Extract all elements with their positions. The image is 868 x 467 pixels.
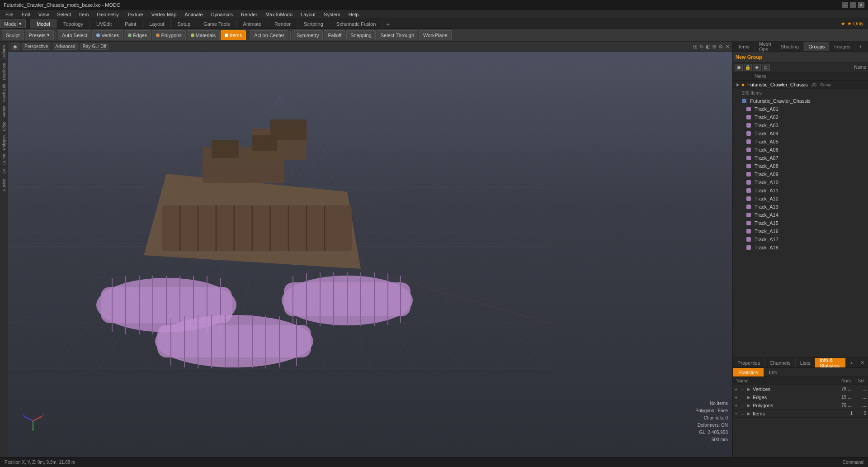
rp-tab-images[interactable]: Images	[830, 42, 855, 51]
zoom-icon[interactable]: ⊕	[712, 43, 717, 50]
maximize-button[interactable]: □	[850, 2, 856, 8]
items-button[interactable]: Items	[221, 30, 246, 40]
tree-item-track-a12[interactable]: Track_A12	[733, 195, 868, 203]
rp-tab-mesh-ops[interactable]: Mesh Ops	[755, 42, 776, 51]
tree-item-chassis[interactable]: Futuristic_Crawler_Chassis	[733, 97, 868, 105]
tab-animate[interactable]: Animate	[237, 19, 268, 29]
menu-edit[interactable]: Edit	[18, 11, 34, 18]
sidebar-tab-vertex[interactable]: Vertex	[1, 104, 7, 119]
sidebar-tab-mesh-edit[interactable]: Mesh Edit	[1, 82, 7, 104]
menu-view[interactable]: View	[35, 11, 53, 18]
tree-item-track-a11[interactable]: Track_A11	[733, 186, 868, 195]
tab-scripting[interactable]: Scripting	[297, 19, 330, 29]
tab-setup[interactable]: Setup	[171, 19, 197, 29]
menu-layout[interactable]: Layout	[297, 11, 319, 18]
perspective-button[interactable]: Perspective	[22, 43, 50, 50]
bt-tab-channels[interactable]: Channels	[765, 358, 795, 367]
scene-lock-btn[interactable]: 🔒	[744, 64, 752, 71]
edges-button[interactable]: Edges	[124, 30, 151, 40]
tree-item-track-a08[interactable]: Track_A08	[733, 162, 868, 170]
falloff-button[interactable]: Falloff	[324, 30, 345, 40]
tree-item-track-a17[interactable]: Track_A17	[733, 235, 868, 243]
rp-tab-shading[interactable]: Shading	[776, 42, 804, 51]
tab-topology[interactable]: Topology	[57, 19, 90, 29]
tab-layout[interactable]: Layout	[143, 19, 171, 29]
tab-paint[interactable]: Paint	[118, 19, 143, 29]
bt-add-tab-button[interactable]: +	[847, 359, 857, 367]
scene-tree[interactable]: ▶ ◆ Futuristic_Crawler_Chassis (2) Group…	[733, 81, 868, 357]
tree-item-track-a09[interactable]: Track_A09	[733, 170, 868, 178]
stat-row-polygons[interactable]: + – ▶ Polygons 76,.... ....	[733, 401, 868, 410]
viewport-toggle[interactable]: ◉	[11, 43, 19, 50]
info-subtab[interactable]: Info	[764, 368, 783, 376]
shading-icon[interactable]: ◐	[706, 43, 710, 50]
sculpt-button[interactable]: Sculpt	[2, 30, 24, 40]
scene-visibility-btn[interactable]: ◉	[735, 64, 743, 71]
advanced-button[interactable]: Advanced	[53, 43, 77, 50]
sidebar-tab-edge[interactable]: Edge	[1, 120, 7, 133]
menu-system[interactable]: System	[320, 11, 344, 18]
layout-dropdown[interactable]: Model ▾	[0, 19, 26, 28]
expand-vertices[interactable]: +	[735, 386, 741, 392]
tab-schematic[interactable]: Schematic Fusion	[330, 19, 382, 29]
expand-polygons[interactable]: +	[735, 403, 741, 408]
select-through-button[interactable]: Select Through	[377, 30, 418, 40]
scene-render-btn[interactable]: □	[762, 64, 770, 71]
sidebar-tab-duplicate[interactable]: Duplicate	[1, 61, 7, 82]
menu-texture[interactable]: Texture	[123, 11, 147, 18]
statistics-subtab[interactable]: Statistics	[733, 368, 764, 376]
action-center-button[interactable]: Action Center	[250, 30, 288, 40]
scene-solo-btn[interactable]: ◈	[753, 64, 761, 71]
sidebar-tab-curve[interactable]: Curve	[1, 152, 7, 167]
fit-icon[interactable]: ⊞	[693, 43, 698, 50]
tree-item-track-a07[interactable]: Track_A07	[733, 154, 868, 162]
bt-tab-lists[interactable]: Lists	[796, 358, 816, 367]
sidebar-tab-uv[interactable]: UV	[1, 167, 7, 176]
tree-item-track-a15[interactable]: Track_A15	[733, 219, 868, 227]
tree-item-track-a04[interactable]: Track_A04	[733, 129, 868, 138]
close-button[interactable]: ✕	[858, 2, 864, 8]
workplane-button[interactable]: WorkPlane	[419, 30, 452, 40]
stat-row-vertices[interactable]: + – ▶ Vertices 76,.... ....	[733, 385, 868, 393]
tree-item-root[interactable]: ▶ ◆ Futuristic_Crawler_Chassis (2) Group	[733, 81, 868, 89]
render-icon[interactable]: ↻	[699, 43, 704, 50]
tree-item-track-a05[interactable]: Track_A05	[733, 138, 868, 146]
vertices-button[interactable]: Vertices	[92, 30, 123, 40]
expand-edges[interactable]: +	[735, 395, 741, 400]
tree-item-track-a14[interactable]: Track_A14	[733, 211, 868, 219]
tab-add-button[interactable]: +	[382, 19, 393, 29]
tree-item-track-a02[interactable]: Track_A02	[733, 113, 868, 121]
tree-item-track-a16[interactable]: Track_A16	[733, 227, 868, 235]
tree-item-track-a03[interactable]: Track_A03	[733, 121, 868, 129]
menu-help[interactable]: Help	[345, 11, 363, 18]
sidebar-tab-fusion[interactable]: Fusion	[1, 177, 7, 193]
bt-close-button[interactable]: ✕	[857, 359, 868, 367]
menu-maxtomodo[interactable]: MaxToModo	[262, 11, 296, 18]
rp-add-tab-button[interactable]: +	[855, 43, 865, 50]
bt-tab-info-stats[interactable]: Info & Statistics	[815, 358, 845, 367]
tree-item-track-a18[interactable]: Track_A18	[733, 243, 868, 252]
star-only-button[interactable]: ★ ★ Only	[836, 20, 868, 28]
menu-item[interactable]: Item	[75, 11, 92, 18]
presets-button[interactable]: Presets ▾	[25, 30, 54, 40]
rp-tab-items[interactable]: Items	[733, 42, 755, 51]
close-viewport-icon[interactable]: ✕	[725, 43, 730, 50]
snapping-button[interactable]: Snapping	[346, 30, 376, 40]
menu-select[interactable]: Select	[53, 11, 75, 18]
tab-model[interactable]: Model	[30, 19, 57, 29]
settings-icon[interactable]: ⚙	[718, 43, 723, 50]
bt-tab-properties[interactable]: Properties	[733, 358, 765, 367]
menu-render[interactable]: Render	[237, 11, 261, 18]
polygons-button[interactable]: Polygons	[152, 30, 185, 40]
menu-geometry[interactable]: Geometry	[93, 11, 122, 18]
symmetry-button[interactable]: Symmetry	[292, 30, 323, 40]
rp-tab-groups[interactable]: Groups	[804, 42, 830, 51]
sidebar-tab-polygon[interactable]: Polygon	[1, 133, 7, 152]
tab-uvedit[interactable]: UVEdit	[90, 19, 118, 29]
tree-item-track-a06[interactable]: Track_A06	[733, 146, 868, 154]
expand-items[interactable]: +	[735, 411, 741, 416]
menu-dynamics[interactable]: Dynamics	[208, 11, 236, 18]
tree-item-track-a10[interactable]: Track_A10	[733, 178, 868, 186]
minimize-button[interactable]: ─	[842, 2, 848, 8]
sidebar-tab-deform[interactable]: Deform	[1, 43, 7, 61]
